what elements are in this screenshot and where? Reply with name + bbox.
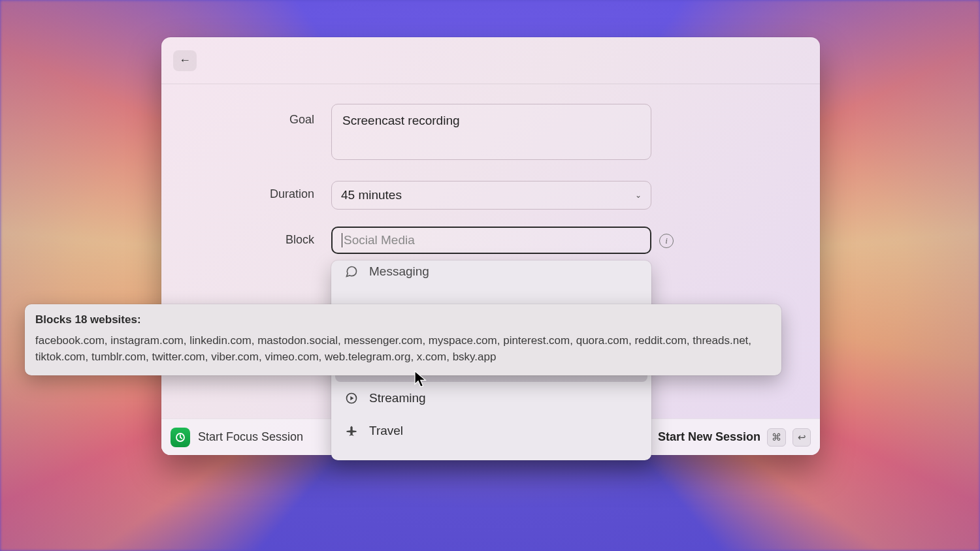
goal-label: Goal bbox=[201, 104, 331, 127]
block-tooltip: Blocks 18 websites: facebook.com, instag… bbox=[25, 304, 781, 375]
play-circle-icon bbox=[344, 392, 359, 405]
info-icon[interactable]: i bbox=[659, 234, 674, 248]
start-new-session-button[interactable]: Start New Session bbox=[658, 430, 760, 444]
dropdown-item-streaming[interactable]: Streaming bbox=[331, 382, 651, 415]
block-row: Block Social Media i Messaging bbox=[201, 227, 781, 254]
tooltip-body: facebook.com, instagram.com, linkedin.co… bbox=[35, 333, 771, 365]
titlebar: ← bbox=[161, 37, 820, 84]
dropdown-item-label: Streaming bbox=[369, 391, 426, 405]
kbd-enter-icon: ↩ bbox=[792, 428, 811, 447]
chevron-down-icon: ⌄ bbox=[635, 191, 642, 200]
duration-row: Duration 45 minutes ⌄ bbox=[201, 181, 781, 210]
back-button[interactable]: ← bbox=[173, 50, 197, 71]
block-input[interactable]: Social Media bbox=[331, 227, 651, 254]
footer-left: Start Focus Session bbox=[171, 428, 303, 447]
dropdown-item-travel[interactable]: Travel bbox=[331, 415, 651, 447]
goal-input[interactable] bbox=[331, 104, 651, 160]
tooltip-title: Blocks 18 websites: bbox=[35, 313, 771, 326]
dropdown-item-label: Travel bbox=[369, 424, 403, 438]
duration-label: Duration bbox=[201, 181, 331, 201]
footer-right: Start New Session ⌘ ↩ bbox=[658, 428, 811, 447]
dropdown-item-news[interactable]: News bbox=[331, 283, 651, 292]
form-area: Goal Duration 45 minutes ⌄ Block Social … bbox=[161, 84, 820, 254]
focus-session-window: ← Goal Duration 45 minutes ⌄ Block Socia… bbox=[161, 37, 820, 455]
goal-row: Goal bbox=[201, 104, 781, 163]
plane-icon bbox=[344, 424, 359, 437]
footer-left-label: Start Focus Session bbox=[198, 430, 303, 444]
block-label: Block bbox=[201, 227, 331, 247]
duration-select[interactable]: 45 minutes ⌄ bbox=[331, 181, 651, 210]
message-icon bbox=[344, 265, 359, 278]
dropdown-item-label: Messaging bbox=[369, 264, 429, 279]
duration-value: 45 minutes bbox=[341, 188, 402, 202]
block-placeholder: Social Media bbox=[344, 233, 415, 247]
kbd-cmd-icon: ⌘ bbox=[767, 428, 786, 447]
dropdown-item-messaging[interactable]: Messaging bbox=[331, 263, 651, 283]
svg-marker-6 bbox=[350, 396, 353, 401]
app-badge-icon bbox=[171, 428, 190, 447]
arrow-left-icon: ← bbox=[179, 54, 191, 67]
text-caret bbox=[342, 233, 342, 247]
